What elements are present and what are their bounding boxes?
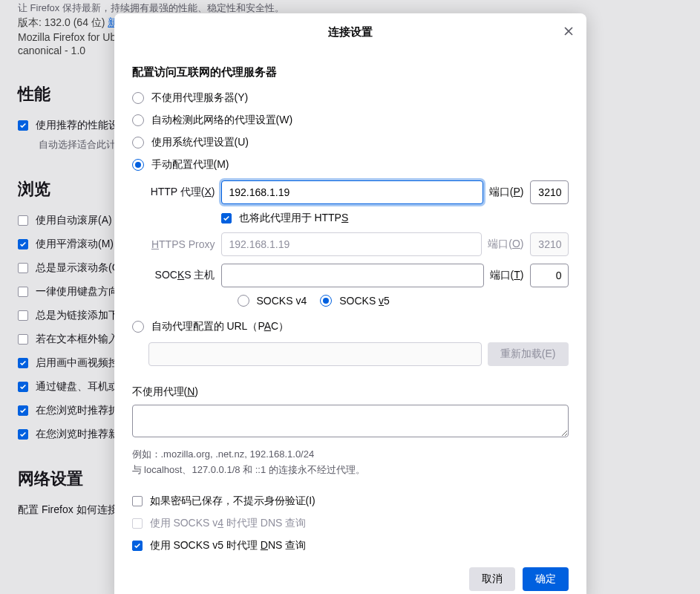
socks-host-input[interactable] (221, 264, 484, 287)
socks-host-label: SOCKS 主机 (148, 269, 215, 282)
radio-icon (320, 295, 332, 307)
no-proxy-for-input[interactable] (132, 405, 569, 437)
close-button[interactable] (560, 22, 578, 40)
reload-button: 重新加载(E) (488, 342, 569, 366)
http-port-input[interactable] (530, 180, 569, 204)
saved-pw-row[interactable]: 如果密码已保存，不提示身份验证(I) (132, 495, 569, 508)
radio-manual-proxy[interactable]: 手动配置代理(M) (132, 158, 569, 172)
radio-icon (132, 321, 144, 333)
radio-icon (132, 159, 144, 171)
close-icon (563, 26, 574, 36)
https-port-input (530, 232, 569, 256)
dialog-title: 连接设置 (328, 25, 373, 38)
http-proxy-label: HTTP 代理(X) (148, 186, 215, 199)
radio-auto-detect[interactable]: 自动检测此网络的代理设置(W) (132, 114, 569, 127)
https-proxy-input (221, 232, 483, 256)
radio-icon (238, 295, 249, 307)
radio-icon (132, 92, 144, 104)
socks-port-label: 端口(T) (490, 269, 524, 282)
saved-pw-checkbox[interactable] (132, 496, 143, 506)
http-port-label: 端口(P) (489, 186, 524, 199)
socks-port-input[interactable] (530, 264, 569, 287)
ok-button[interactable]: 确定 (523, 567, 569, 591)
radio-system-proxy[interactable]: 使用系统代理设置(U) (132, 136, 569, 149)
no-proxy-for-label: 不使用代理(N) (132, 385, 569, 399)
radio-socks-v5[interactable]: SOCKS v5 (320, 295, 390, 307)
https-port-label: 端口(O) (488, 238, 523, 251)
radio-icon (132, 137, 144, 148)
http-proxy-input[interactable] (221, 180, 483, 204)
also-https-label: 也将此代理用于 HTTPS (239, 212, 349, 225)
pac-url-input (148, 342, 482, 366)
dns-v4-checkbox (132, 518, 143, 529)
connection-settings-dialog: 连接设置 配置访问互联网的代理服务器 不使用代理服务器(Y) 自动检测此网络的代… (114, 13, 586, 594)
dns-v5-row[interactable]: 使用 SOCKS v5 时代理 DNS 查询 (132, 539, 569, 552)
modal-overlay: 连接设置 配置访问互联网的代理服务器 不使用代理服务器(Y) 自动检测此网络的代… (0, 0, 700, 594)
dns-v5-checkbox[interactable] (132, 541, 143, 551)
example-text: 例如：.mozilla.org, .net.nz, 192.168.1.0/24… (132, 447, 569, 478)
radio-socks-v4[interactable]: SOCKS v4 (238, 295, 307, 307)
dns-v4-row: 使用 SOCKS v4 时代理 DNS 查询 (132, 517, 569, 530)
https-proxy-label: HTTPS Proxy (148, 238, 215, 250)
radio-no-proxy[interactable]: 不使用代理服务器(Y) (132, 91, 569, 105)
also-https-checkbox[interactable] (221, 213, 232, 223)
cancel-button[interactable]: 取消 (469, 567, 515, 591)
radio-icon (132, 114, 144, 126)
proxy-heading: 配置访问互联网的代理服务器 (132, 65, 569, 79)
radio-pac[interactable]: 自动代理配置的 URL（PAC） (132, 320, 569, 333)
